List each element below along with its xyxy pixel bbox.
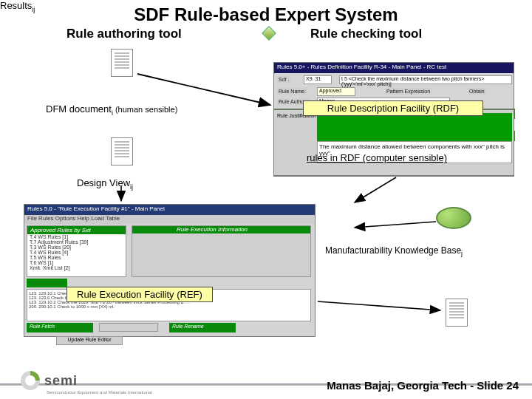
list-item[interactable]: T.5 WS Rules: [27, 255, 126, 260]
slide-title: SDF Rule-based Expert System: [0, 4, 532, 25]
rdf-window-title: Rules 5.0+ - Rules Definition Facility R…: [274, 63, 514, 73]
log-line: 290. 290.10.1 Check to 1000 x mm [XX] ml…: [29, 304, 309, 309]
design-view-label: Design Viewij: [77, 177, 133, 191]
rdf-rule-name-field[interactable]: Approved: [317, 87, 355, 96]
ref-menu[interactable]: File Rules Options Help Load Table: [24, 215, 315, 224]
rdf-desc-field[interactable]: t 5 <Check the maximum distance between …: [339, 75, 512, 84]
list-item[interactable]: T.6 WS [1]: [27, 260, 126, 265]
mfg-kb-label: Manufacturability Knowledge Basej: [325, 245, 463, 257]
semi-tagline: Semiconductor Equipment and Materials In…: [47, 390, 152, 395]
design-view-sub: ij: [130, 183, 133, 191]
ref-footer: Rule Fetch Rule Rename Update Rule Edito…: [27, 323, 311, 335]
dfm-doc-text: DFM document: [46, 103, 112, 115]
ref-rules-header: Approved Rules by Set: [27, 226, 126, 234]
semi-logo-icon: [21, 371, 40, 390]
design-view-text: Design View: [77, 177, 130, 188]
knowledge-base-icon: [436, 207, 471, 229]
rdf-id-field[interactable]: X9. 31: [304, 75, 332, 84]
rdf-rule-name-label: Rule Name:: [277, 88, 307, 95]
ref-callout: Rule Execution Facility (REF): [66, 287, 213, 302]
list-item[interactable]: T.4 WS Rules [4]: [27, 250, 126, 255]
dfm-note: (human sensible): [113, 105, 177, 114]
left-subtitle: Rule authoring tool: [66, 27, 182, 41]
ref-window-title: Rules 5.0 - "Rule Execution Facility #1"…: [24, 205, 315, 215]
svg-line-4: [318, 301, 440, 310]
ref-fetch-field[interactable]: [99, 323, 158, 332]
svg-line-0: [137, 74, 270, 105]
list-item[interactable]: T.4 WS Rules [1]: [27, 234, 126, 239]
list-item[interactable]: Xmit. Xmit List [2]: [27, 265, 126, 270]
diamond-icon: [262, 26, 276, 41]
rdf-sdf-label: Sdf .: [277, 76, 290, 83]
update-rule-editor-button[interactable]: Update Rule Editor: [56, 336, 123, 345]
rdf-obtain-label: Obtain: [468, 88, 486, 95]
document-icon: [446, 299, 468, 327]
list-item[interactable]: T.7 Adjustment Rules [39]: [27, 239, 126, 245]
speaker-credit: Manas Bajaj, Georgia Tech - Slide 24: [327, 379, 519, 392]
slide: SDF Rule-based Expert System Rule author…: [0, 0, 532, 399]
svg-line-3: [355, 222, 436, 228]
ref-exec-info: Rule Execution Information: [132, 225, 311, 277]
rdf-green-bar: [317, 113, 512, 141]
rdf-lower-panel: Rule Justification (why): The maximum di…: [273, 109, 514, 176]
rdf-rules-label: rules in RDF (computer sensible): [307, 152, 447, 163]
mfg-kb-text: Manufacturability Knowledge Base: [325, 245, 461, 256]
document-icon: [111, 137, 133, 166]
semi-logo-text: semi: [44, 373, 78, 389]
ref-window: Rules 5.0 - "Rule Execution Facility #1"…: [24, 204, 316, 337]
ref-rule-rename-label: Rule Rename: [169, 323, 236, 332]
ref-green-tab: [27, 279, 67, 287]
right-subtitle: Rule checking tool: [310, 27, 422, 41]
document-icon: [111, 49, 133, 77]
rdf-pattern-label: Pattern Expression: [385, 88, 432, 95]
ref-rule-fetch-label: Rule Fetch: [27, 323, 93, 332]
ref-exec-header: Rule Execution Information: [132, 226, 248, 233]
semi-logo: semi: [21, 371, 78, 390]
list-item[interactable]: T.3 WS Rules [20]: [27, 245, 126, 250]
dfm-document-label: DFM documenti (human sensible): [46, 103, 177, 117]
rdf-callout: Rule Description Facility (RDF): [303, 100, 483, 116]
ref-rules-list[interactable]: Approved Rules by Set T.4 WS Rules [1] T…: [27, 225, 126, 277]
svg-line-2: [355, 177, 396, 202]
